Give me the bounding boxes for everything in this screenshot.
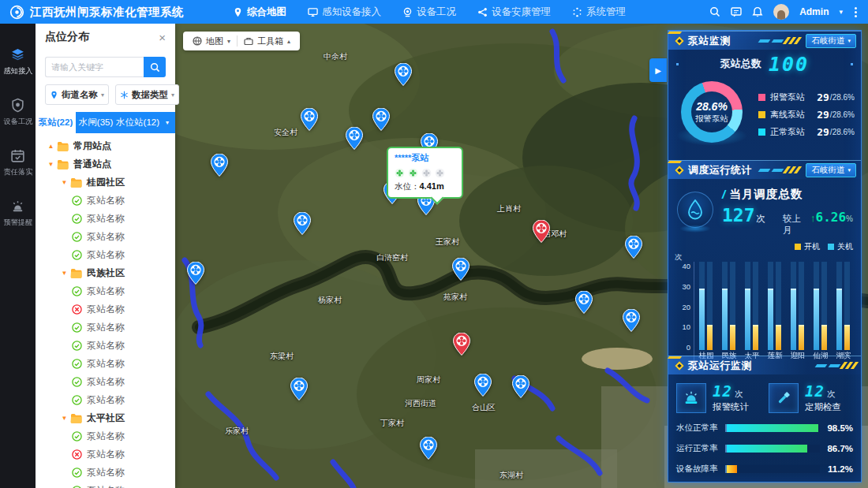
layers-icon [10, 47, 25, 62]
bar-pair [763, 262, 786, 350]
side-rail-item[interactable]: 感知接入 [2, 47, 34, 76]
panel-collapse-button[interactable]: ▶ [649, 58, 667, 82]
tree-item-folder[interactable]: ▼普通站点 [36, 155, 175, 173]
top-nav-item-label: 感知设备接入 [322, 6, 381, 19]
status-error-icon [72, 304, 82, 315]
pump-marker[interactable] [187, 262, 204, 285]
toolbox-button[interactable]: 工具箱 ▴ [238, 35, 297, 47]
tree-item-station[interactable]: 泵站名称 [36, 427, 175, 445]
tree-station-label: 泵站名称 [87, 321, 125, 334]
pump-marker[interactable] [512, 375, 529, 398]
pump-marker[interactable] [625, 236, 642, 259]
water-drop-icon [676, 192, 714, 233]
tab-level[interactable]: 水位站(12) [116, 112, 159, 133]
search-icon[interactable] [709, 6, 720, 17]
tab-gate[interactable]: 水闸(35) [76, 112, 116, 133]
bar-off [699, 289, 705, 350]
nav-right: Admin ▾ [709, 4, 859, 20]
legend-percent: /28.6% [830, 128, 855, 136]
side-rail-item-label: 预警提醒 [3, 218, 32, 228]
search-button[interactable] [144, 57, 166, 77]
alarm-pump-marker[interactable] [533, 220, 550, 243]
side-rail-item[interactable]: 预警提醒 [2, 199, 34, 228]
user-name[interactable]: Admin [799, 6, 829, 17]
tree-station-label: 泵站名称 [87, 448, 125, 461]
stat-label: 报警统计 [713, 401, 749, 413]
tree-station-label: 泵站名称 [87, 230, 125, 244]
side-rail-item[interactable]: 责任落实 [2, 148, 34, 177]
bar-group: 太平 [740, 262, 763, 361]
bar-off [791, 289, 796, 350]
side-rail-item[interactable]: 设备工况 [2, 98, 34, 127]
tree-item-station[interactable]: 泵站名称 [36, 246, 175, 264]
top-nav-item-system[interactable]: 系统管理 [572, 0, 626, 24]
top-nav-item-map[interactable]: 综合地图 [233, 0, 286, 24]
tree-item-station[interactable]: 泵站名称 [36, 210, 175, 228]
tree-item-station[interactable]: 泵站名称 [36, 192, 175, 210]
pump-marker[interactable] [623, 309, 640, 332]
kebab-menu-icon[interactable] [853, 6, 859, 19]
datatype-filter-select[interactable]: 数据类型▾ [115, 84, 179, 105]
alarm-pump-marker[interactable] [453, 333, 470, 356]
tree-item-station[interactable]: 泵站名称 [36, 282, 175, 300]
rate-bar-row: 水位正常率98.5% [676, 423, 853, 434]
bar-on [844, 325, 850, 350]
pump-marker[interactable] [395, 63, 412, 86]
region-select[interactable]: 石岐街道▾ [806, 163, 856, 177]
y-tick-label: 20 [682, 303, 690, 311]
header-stripes-icon [813, 362, 856, 369]
tree-item-folder[interactable]: ▼桂园社区 [36, 173, 175, 192]
tree-item-station[interactable]: 泵站名称 [36, 228, 175, 246]
tree-station-label: 泵站名称 [87, 466, 125, 479]
tree-item-folder[interactable]: ▼民族社区 [36, 264, 175, 282]
pump-marker[interactable] [452, 258, 470, 281]
bar-on [753, 325, 758, 350]
tree-item-station[interactable]: 泵站名称 [36, 482, 175, 488]
chevron-down-icon[interactable]: ▾ [839, 8, 843, 16]
tree-item-station[interactable]: 泵站名称 [36, 464, 175, 482]
top-nav-item-device-status[interactable]: 设备工况 [402, 0, 456, 24]
pump-marker[interactable] [211, 154, 228, 177]
street-filter-select[interactable]: 街道名称▾ [45, 84, 109, 105]
search-input[interactable] [45, 57, 144, 77]
close-icon[interactable]: × [159, 32, 166, 43]
pump-marker[interactable] [420, 437, 437, 460]
status-ok-icon [72, 468, 82, 478]
shield-icon [10, 98, 25, 113]
message-icon[interactable] [731, 6, 742, 17]
top-nav-item-device-access[interactable]: 感知设备接入 [308, 0, 381, 24]
tree-station-label: 泵站名称 [87, 375, 125, 389]
gauge-legend-item: 离线泵站29/28.6% [758, 109, 855, 121]
pump-marker[interactable] [575, 291, 593, 314]
pump-marker[interactable] [474, 374, 492, 397]
top-nav-item-device-health[interactable]: 设备安康管理 [477, 0, 551, 24]
section-title: 调度运行统计 [688, 163, 752, 177]
tree-item-station[interactable]: 泵站名称 [36, 391, 175, 409]
tabs-more-icon[interactable]: ▾ [159, 112, 175, 133]
water-level: 水位：4.41m [395, 181, 455, 192]
tree-item-folder[interactable]: ▼太平社区 [36, 409, 175, 427]
stat-text: 12次定期检查 [805, 382, 841, 413]
tab-pump[interactable]: 泵站(22) [36, 112, 76, 133]
region-select[interactable]: 石岐街道▾ [806, 34, 856, 48]
y-tick-label: 0 [687, 343, 690, 352]
chart-legend: 开机关机 [795, 241, 853, 252]
tree-item-station[interactable]: 泵站名称 [36, 300, 175, 319]
bar-pair [717, 262, 740, 350]
tree-item-station[interactable]: 泵站名称 [36, 445, 175, 464]
map-layer-button[interactable]: 地图 ▾ [186, 35, 237, 47]
pump-marker[interactable] [346, 127, 363, 150]
tree-item-station[interactable]: 泵站名称 [36, 373, 175, 391]
header-stripes-icon [756, 37, 799, 44]
pump-marker[interactable] [294, 212, 311, 235]
pump-marker[interactable] [372, 108, 390, 131]
tree-item-station[interactable]: 泵站名称 [36, 319, 175, 337]
bell-icon[interactable] [752, 6, 763, 17]
status-ok-icon [72, 214, 82, 224]
pump-marker[interactable] [301, 108, 318, 131]
pump-marker[interactable] [290, 378, 308, 400]
avatar[interactable] [773, 4, 789, 20]
tree-item-station[interactable]: 泵站名称 [36, 355, 175, 373]
tree-item-folder[interactable]: ▲常用站点 [36, 137, 175, 155]
tree-item-station[interactable]: 泵站名称 [36, 337, 175, 355]
